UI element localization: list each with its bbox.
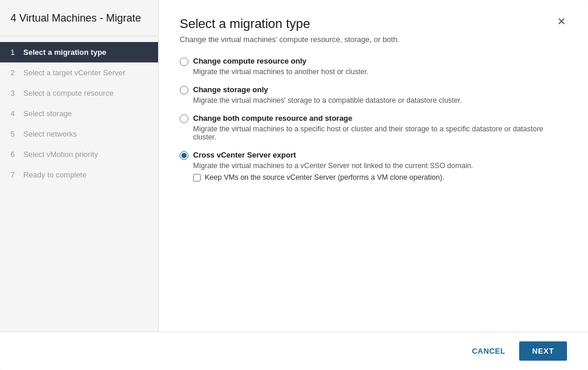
option-row-3: Change both compute resource and storage xyxy=(180,114,567,123)
step-number: 5 xyxy=(10,130,19,138)
close-button[interactable]: ✕ xyxy=(556,16,567,27)
option-group-3: Change both compute resource and storage… xyxy=(180,114,567,142)
option-row-1: Change compute resource only xyxy=(180,57,567,66)
option-desc-3: Migrate the virtual machines to a specif… xyxy=(193,125,567,141)
modal-window: 4 Virtual Machines - Migrate 1Select a m… xyxy=(0,0,588,370)
option-row-2: Change storage only xyxy=(180,85,567,95)
option-label-1[interactable]: Change compute resource only xyxy=(193,57,306,65)
step-number: 3 xyxy=(10,89,19,97)
next-button[interactable]: NEXT xyxy=(519,341,567,361)
migration-options: Change compute resource onlyMigrate the … xyxy=(180,57,567,190)
radio-opt4[interactable] xyxy=(180,151,188,160)
option-group-2: Change storage onlyMigrate the virtual m… xyxy=(180,85,567,106)
option-label-2[interactable]: Change storage only xyxy=(193,85,268,94)
radio-opt2[interactable] xyxy=(180,86,188,95)
sidebar-step-4: 4Select storage xyxy=(0,103,158,124)
radio-opt3[interactable] xyxy=(180,114,188,123)
option-group-4: Cross vCenter Server exportMigrate the v… xyxy=(180,151,567,181)
checkbox-row-4: Keep VMs on the source vCenter Server (p… xyxy=(193,173,567,181)
step-label: Select a migration type xyxy=(23,48,106,57)
radio-opt1[interactable] xyxy=(180,57,188,66)
step-label: Select vMotion priority xyxy=(23,150,98,159)
modal-body: 4 Virtual Machines - Migrate 1Select a m… xyxy=(0,0,588,331)
page-title: Select a migration type xyxy=(180,16,310,32)
sidebar-step-5: 5Select networks xyxy=(0,124,158,144)
step-number: 4 xyxy=(10,109,19,118)
step-number: 2 xyxy=(10,68,19,77)
option-label-4[interactable]: Cross vCenter Server export xyxy=(193,151,296,159)
content-subtitle: Change the virtual machines' compute res… xyxy=(180,35,567,44)
content-header: Select a migration type ✕ xyxy=(180,16,567,32)
option-row-4: Cross vCenter Server export xyxy=(180,151,567,160)
sidebar-step-6: 6Select vMotion priority xyxy=(0,144,158,165)
option-desc-4: Migrate the virtual machines to a vCente… xyxy=(193,162,567,170)
sidebar: 4 Virtual Machines - Migrate 1Select a m… xyxy=(0,0,159,331)
cancel-button[interactable]: CANCEL xyxy=(465,342,512,360)
option-group-1: Change compute resource onlyMigrate the … xyxy=(180,57,567,77)
step-number: 6 xyxy=(10,150,19,159)
step-label: Select storage xyxy=(23,109,72,118)
step-label: Ready to complete xyxy=(23,170,86,179)
step-number: 1 xyxy=(10,48,19,57)
step-label: Select networks xyxy=(23,130,77,138)
sidebar-title: 4 Virtual Machines - Migrate xyxy=(0,0,158,36)
sidebar-steps: 1Select a migration type2Select a target… xyxy=(0,36,158,191)
checkbox-label-4[interactable]: Keep VMs on the source vCenter Server (p… xyxy=(205,173,444,181)
step-label: Select a target vCenter Server xyxy=(23,68,125,77)
main-content: Select a migration type ✕ Change the vir… xyxy=(159,0,588,331)
sidebar-step-3: 3Select a compute resource xyxy=(0,83,158,103)
sidebar-step-2: 2Select a target vCenter Server xyxy=(0,62,158,83)
step-number: 7 xyxy=(10,170,19,179)
option-desc-2: Migrate the virtual machines' storage to… xyxy=(193,96,567,104)
option-label-3[interactable]: Change both compute resource and storage xyxy=(193,114,352,123)
sidebar-step-7: 7Ready to complete xyxy=(0,165,158,185)
option-desc-1: Migrate the virtual machines to another … xyxy=(193,68,567,76)
step-label: Select a compute resource xyxy=(23,89,114,97)
wizard-title: 4 Virtual Machines - Migrate xyxy=(10,12,148,25)
sidebar-step-1[interactable]: 1Select a migration type xyxy=(0,42,158,62)
footer: CANCEL NEXT xyxy=(0,331,588,370)
checkbox-opt4[interactable] xyxy=(193,174,201,181)
